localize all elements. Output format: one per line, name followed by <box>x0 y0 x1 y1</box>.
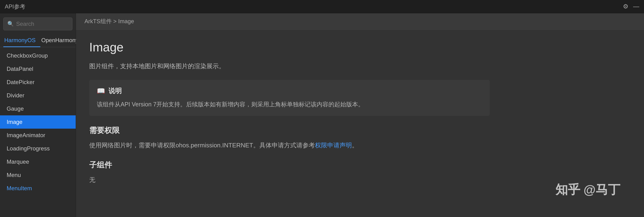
nav-item-imageanimator[interactable]: ImageAnimator <box>0 129 76 142</box>
note-text: 该组件从API Version 7开始支持。后续版本如有新增内容，则采用上角标单… <box>97 99 482 109</box>
title-bar-actions: ⚙ — <box>623 3 639 10</box>
breadcrumb: ArkTS组件 > Image <box>76 13 644 30</box>
title-bar: API参考 ⚙ — <box>0 0 644 13</box>
nav-item-datepicker[interactable]: DatePicker <box>0 76 76 89</box>
nav-item-datapanel[interactable]: DataPanel <box>0 62 76 76</box>
sidebar: 🔍 HarmonyOS OpenHarmony CheckboxGroup Da… <box>0 13 76 217</box>
tab-bar: HarmonyOS OpenHarmony <box>0 35 76 47</box>
content-body: Image 图片组件，支持本地图片和网络图片的渲染展示。 📖 说明 该组件从AP… <box>76 30 503 205</box>
nav-item-image[interactable]: Image <box>0 115 76 129</box>
permission-text-after: 。 <box>352 142 358 149</box>
nav-item-divider[interactable]: Divider <box>0 89 76 102</box>
content-area: ArkTS组件 > Image Image 图片组件，支持本地图片和网络图片的渲… <box>76 13 644 217</box>
search-icon: 🔍 <box>7 21 14 27</box>
app-title: API参考 <box>5 3 26 10</box>
note-header: 📖 说明 <box>97 86 482 95</box>
minimize-icon[interactable]: — <box>633 3 639 10</box>
section-text-permissions: 使用网络图片时，需要申请权限ohos.permission.INTERNET。具… <box>89 140 490 150</box>
tab-harmonyos[interactable]: HarmonyOS <box>3 35 40 47</box>
nav-item-menu[interactable]: Menu <box>0 169 76 182</box>
note-title: 说明 <box>108 86 122 95</box>
permission-link[interactable]: 权限申请声明 <box>315 142 352 149</box>
section-text-children: 无 <box>89 175 490 185</box>
book-icon: 📖 <box>97 87 105 95</box>
permission-text-before: 使用网络图片时，需要申请权限ohos.permission.INTERNET。具… <box>89 142 315 149</box>
settings-icon[interactable]: ⚙ <box>623 3 628 10</box>
nav-item-loadingprogress[interactable]: LoadingProgress <box>0 142 76 155</box>
search-box[interactable]: 🔍 <box>3 17 72 30</box>
nav-list: CheckboxGroup DataPanel DatePicker Divid… <box>0 47 76 217</box>
section-title-children: 子组件 <box>89 160 490 170</box>
nav-item-menuitem[interactable]: MenuItem <box>0 182 76 195</box>
nav-item-checkboxgroup[interactable]: CheckboxGroup <box>0 49 76 62</box>
main-layout: 🔍 HarmonyOS OpenHarmony CheckboxGroup Da… <box>0 13 644 217</box>
section-title-permissions: 需要权限 <box>89 125 490 136</box>
page-description: 图片组件，支持本地图片和网络图片的渲染展示。 <box>89 61 490 71</box>
note-box: 📖 说明 该组件从API Version 7开始支持。后续版本如有新增内容，则采… <box>89 80 490 116</box>
nav-item-marquee[interactable]: Marquee <box>0 155 76 169</box>
page-title: Image <box>89 40 490 54</box>
nav-item-gauge[interactable]: Gauge <box>0 102 76 115</box>
search-input[interactable] <box>16 21 68 27</box>
